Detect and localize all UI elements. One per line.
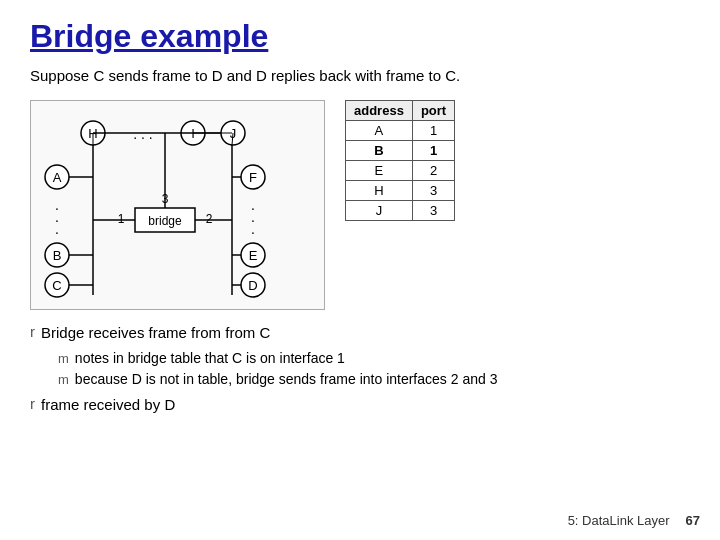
subtitle: Suppose C sends frame to D and D replies… (30, 65, 690, 88)
footer: 5: DataLink Layer 67 (568, 513, 700, 528)
svg-text:A: A (53, 170, 62, 185)
svg-text:·: · (251, 224, 255, 240)
cell-address: B (346, 140, 413, 160)
cell-port: 1 (412, 120, 454, 140)
svg-text:C: C (52, 278, 61, 293)
diagram-area: H . . . I J A F · · · · · · B (30, 100, 690, 310)
svg-text:2: 2 (206, 212, 213, 226)
sub-bullet-1: m notes in bridge table that C is on int… (58, 349, 690, 369)
svg-text:B: B (53, 248, 62, 263)
bullet-section: r Bridge receives frame from from C m no… (30, 322, 690, 415)
table-row: A1 (346, 120, 455, 140)
routing-table: address port A1B1E2H3J3 (345, 100, 455, 221)
bullet-2-text: frame received by D (41, 394, 175, 415)
svg-text:F: F (249, 170, 257, 185)
network-diagram: H . . . I J A F · · · · · · B (30, 100, 325, 310)
cell-port: 2 (412, 160, 454, 180)
svg-text:1: 1 (118, 212, 125, 226)
col-header-port: port (412, 100, 454, 120)
table-row: E2 (346, 160, 455, 180)
sub-bullet-2-icon: m (58, 372, 69, 387)
sub-bullet-2: m because D is not in table, bridge send… (58, 370, 690, 390)
table-row: H3 (346, 180, 455, 200)
svg-text:. . .: . . . (133, 126, 152, 142)
footer-page: 67 (686, 513, 700, 528)
cell-address: H (346, 180, 413, 200)
page-title: Bridge example (30, 18, 690, 55)
bullet-1-icon: r (30, 323, 35, 340)
footer-label: 5: DataLink Layer (568, 513, 670, 528)
bullet-2-row: r frame received by D (30, 394, 690, 415)
bullet-2-icon: r (30, 395, 35, 412)
sub-bullet-1-text: notes in bridge table that C is on inter… (75, 349, 345, 369)
table-row: J3 (346, 200, 455, 220)
cell-address: E (346, 160, 413, 180)
cell-port: 3 (412, 200, 454, 220)
sub-bullet-1-icon: m (58, 351, 69, 366)
cell-address: A (346, 120, 413, 140)
svg-text:bridge: bridge (148, 214, 182, 228)
svg-text:·: · (55, 224, 59, 240)
address-port-table: address port A1B1E2H3J3 (345, 100, 455, 221)
bullet-1-text: Bridge receives frame from from C (41, 322, 270, 343)
cell-port: 3 (412, 180, 454, 200)
table-row: B1 (346, 140, 455, 160)
col-header-address: address (346, 100, 413, 120)
sub-bullet-2-text: because D is not in table, bridge sends … (75, 370, 498, 390)
bullet-1-row: r Bridge receives frame from from C (30, 322, 690, 343)
cell-port: 1 (412, 140, 454, 160)
page: Bridge example Suppose C sends frame to … (0, 0, 720, 431)
svg-text:E: E (249, 248, 258, 263)
svg-text:D: D (248, 278, 257, 293)
cell-address: J (346, 200, 413, 220)
